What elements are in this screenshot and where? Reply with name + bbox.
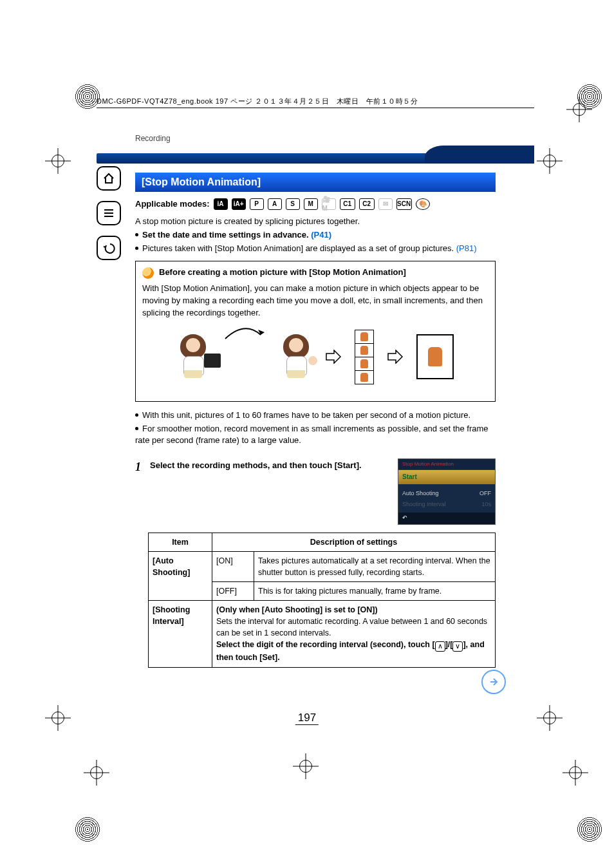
- registration-mark-bl2: [84, 760, 109, 786]
- bulb-icon: [142, 267, 154, 279]
- doll-with-camera: [177, 334, 209, 379]
- mode-icon-moviem: 🎥M: [322, 198, 336, 210]
- bullet-date: Set the date and time settings in advanc…: [135, 229, 496, 241]
- step-text: Select the recording methods, and then t…: [150, 458, 389, 472]
- feature-title: [Stop Motion Animation]: [135, 173, 496, 192]
- registration-mark-r2: [537, 705, 563, 731]
- mode-icon-m: M: [304, 198, 318, 210]
- down-arrow-glyph: ∨: [452, 641, 463, 652]
- cell-on: [ON]: [212, 551, 254, 581]
- ss-back-icon: ↶: [402, 514, 407, 521]
- th-item: Item: [149, 533, 212, 551]
- doll-moved: [280, 334, 312, 379]
- ss-title: Stop Motion Animation: [398, 459, 495, 469]
- cell-interval-desc: (Only when [Auto Shooting] is set to [ON…: [212, 601, 496, 668]
- applicable-modes-row: Applicable modes: iA iA+ P A S M 🎥M C1 C…: [135, 198, 496, 211]
- film-strip-icon: [355, 330, 374, 384]
- header-bar: [97, 146, 534, 164]
- registration-mark-right: [537, 148, 563, 174]
- cell-auto-shooting: [Auto Shooting]: [149, 551, 212, 600]
- registration-mark-br2: [563, 760, 588, 786]
- mode-icon-p: P: [250, 198, 264, 210]
- mode-icon-panorama: ✉: [378, 198, 393, 210]
- step-number: 1: [135, 458, 141, 475]
- page-content: DMC-G6PDF-VQT4Z78_eng.book 197 ページ ２０１３年…: [97, 97, 534, 668]
- mode-icon-creative: 🎨: [416, 198, 430, 210]
- illustration-row: [142, 330, 488, 384]
- bullet-group: Pictures taken with [Stop Motion Animati…: [135, 243, 496, 255]
- page-number: 197: [295, 712, 319, 725]
- mode-icon-c2: C2: [359, 198, 375, 210]
- th-desc: Description of settings: [212, 533, 496, 551]
- cell-shooting-interval: [Shooting Interval]: [149, 601, 212, 668]
- up-arrow-glyph: ∧: [435, 641, 445, 652]
- settings-table: Item Description of settings [Auto Shoot…: [148, 533, 496, 668]
- registration-mark-left: [45, 148, 71, 174]
- print-header: DMC-G6PDF-VQT4Z78_eng.book 197 ページ ２０１３年…: [97, 97, 534, 108]
- cell-off: [OFF]: [212, 581, 254, 600]
- link-p81[interactable]: (P81): [456, 243, 477, 253]
- next-page-icon[interactable]: [481, 670, 506, 694]
- modes-label: Applicable modes:: [135, 198, 210, 211]
- section-label: Recording: [135, 134, 534, 143]
- ss-row-interval: Shooting Interval10s: [402, 499, 491, 510]
- mode-icon-a: A: [268, 198, 282, 210]
- info-box: Before creating a motion picture with [S…: [135, 261, 496, 401]
- cell-off-desc: This is for taking pictures manually, fr…: [254, 581, 496, 600]
- camera-screenshot: Stop Motion Animation Start Auto Shootin…: [398, 458, 496, 524]
- ss-start-button: Start: [398, 469, 495, 485]
- curved-arrow-icon: [222, 326, 267, 341]
- arrow-right-icon: [325, 350, 342, 364]
- intro-text: A stop motion picture is created by spli…: [135, 216, 496, 228]
- note-smooth: For smoother motion, record movement in …: [135, 423, 496, 448]
- info-title: Before creating a motion picture with [S…: [159, 267, 406, 279]
- mode-icon-scn: SCN: [396, 198, 412, 210]
- registration-mark-bc: [293, 753, 319, 779]
- mode-icon-s: S: [286, 198, 300, 210]
- ss-row-auto: Auto ShootingOFF: [402, 488, 491, 499]
- link-p41[interactable]: (P41): [311, 230, 331, 240]
- mode-icon-c1: C1: [340, 198, 355, 210]
- registration-mark-l2: [45, 705, 71, 731]
- mode-icon-iaplus: iA+: [232, 198, 246, 210]
- mode-icon-ia: iA: [214, 198, 228, 210]
- print-ball-br: [577, 816, 602, 842]
- step-1: 1 Select the recording methods, and then…: [135, 458, 496, 524]
- print-ball-bl: [75, 816, 100, 842]
- single-frame-icon: [416, 334, 454, 379]
- cell-on-desc: Takes pictures automatically at a set re…: [254, 551, 496, 581]
- arrow-right-icon-2: [387, 350, 404, 364]
- note-frames: With this unit, pictures of 1 to 60 fram…: [135, 410, 496, 422]
- registration-mark-tr: [566, 97, 592, 122]
- info-body: With [Stop Motion Animation], you can ma…: [142, 283, 488, 319]
